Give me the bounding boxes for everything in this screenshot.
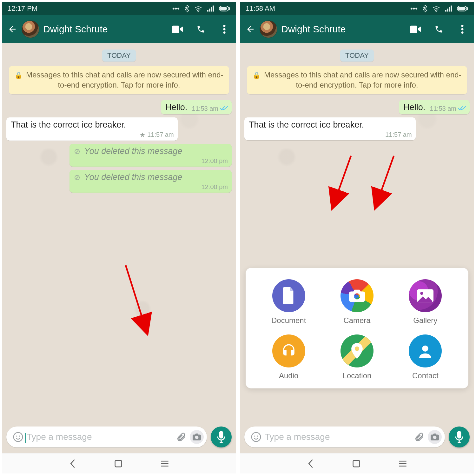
- date-chip: TODAY: [340, 50, 374, 62]
- signal-icon: [207, 5, 215, 12]
- nav-back-icon[interactable]: [69, 459, 76, 468]
- attach-button[interactable]: [174, 430, 188, 444]
- chat-area[interactable]: TODAY 🔒 Messages to this chat and calls …: [2, 43, 236, 423]
- svg-rect-11: [115, 460, 122, 467]
- chat-area[interactable]: TODAY 🔒 Messages to this chat and calls …: [240, 43, 474, 423]
- battery-icon: [219, 6, 230, 11]
- message-text: Hello.: [403, 102, 425, 112]
- svg-point-4: [223, 28, 226, 30]
- encryption-notice[interactable]: 🔒 Messages to this chat and calls are no…: [247, 66, 467, 94]
- contact-name[interactable]: Dwight Schrute: [281, 24, 406, 35]
- status-icons: •••: [410, 4, 468, 13]
- svg-point-5: [223, 31, 226, 34]
- svg-point-8: [16, 435, 17, 436]
- message-row[interactable]: ⊘ You deleted this message 12:00 pm: [6, 144, 232, 167]
- attach-button[interactable]: [412, 430, 426, 444]
- message-input-container: Type a message: [6, 426, 207, 447]
- svg-point-30: [434, 436, 436, 439]
- location-icon: [340, 334, 374, 367]
- phone-right: 11:58 AM ••• Dwight Schrute: [239, 1, 475, 474]
- more-icon: •••: [172, 4, 180, 13]
- svg-point-10: [196, 436, 198, 439]
- avatar[interactable]: [22, 20, 39, 38]
- svg-rect-31: [353, 460, 360, 467]
- message-row[interactable]: Hello. 11:53 am: [244, 100, 470, 114]
- svg-line-21: [335, 156, 351, 200]
- date-chip: TODAY: [102, 50, 136, 62]
- document-icon: [272, 279, 305, 312]
- svg-point-7: [14, 433, 23, 441]
- input-placeholder: Type a message: [265, 432, 330, 442]
- attach-audio[interactable]: Audio: [255, 334, 323, 380]
- wifi-icon: [194, 5, 202, 12]
- message-row[interactable]: That is the correct ice breaker. ★ 11:57…: [6, 117, 232, 141]
- contact-name[interactable]: Dwight Schrute: [43, 24, 168, 35]
- message-input[interactable]: Type a message: [25, 432, 174, 442]
- status-bar: 12:17 PM •••: [2, 2, 236, 15]
- svg-point-28: [254, 435, 255, 436]
- message-text: You deleted this message: [84, 172, 182, 182]
- svg-point-19: [461, 28, 464, 30]
- audio-icon: [272, 334, 305, 367]
- more-menu-button[interactable]: [457, 24, 468, 35]
- svg-point-23: [355, 294, 359, 298]
- back-button[interactable]: [7, 24, 18, 35]
- more-menu-button[interactable]: [219, 24, 230, 35]
- encryption-notice[interactable]: 🔒 Messages to this chat and calls are no…: [9, 66, 229, 94]
- nav-bar: [240, 453, 474, 473]
- message-text: Hello.: [165, 102, 187, 112]
- message-text: That is the correct ice breaker.: [11, 120, 126, 129]
- message-input-container: Type a message: [244, 426, 445, 447]
- video-call-button[interactable]: [410, 24, 421, 35]
- message-row[interactable]: That is the correct ice breaker. 11:57 a…: [244, 117, 470, 140]
- back-button[interactable]: [245, 24, 256, 35]
- input-bar: Type a message: [2, 423, 236, 453]
- nav-back-icon[interactable]: [307, 459, 314, 468]
- attach-document[interactable]: Document: [255, 279, 323, 325]
- message-text: That is the correct ice breaker.: [249, 120, 364, 129]
- attachment-sheet: Document Camera Gallery Audio: [246, 268, 468, 388]
- encryption-text: Messages to this chat and calls are now …: [26, 70, 223, 89]
- message-time: 12:00 pm: [202, 157, 228, 165]
- encryption-text: Messages to this chat and calls are now …: [264, 70, 461, 89]
- video-call-button[interactable]: [172, 24, 183, 35]
- message-time: 11:53 am: [430, 105, 456, 112]
- avatar[interactable]: [260, 20, 277, 38]
- emoji-button[interactable]: [249, 430, 263, 444]
- camera-button[interactable]: [428, 430, 442, 444]
- nav-home-icon[interactable]: [114, 459, 122, 468]
- wifi-icon: [432, 5, 440, 12]
- svg-rect-17: [467, 7, 468, 10]
- nav-home-icon[interactable]: [352, 459, 360, 468]
- message-row[interactable]: Hello. 11:53 am: [6, 100, 232, 114]
- nav-recents-icon[interactable]: [399, 460, 407, 467]
- annotation-arrow: [368, 153, 400, 208]
- contact-icon: [409, 334, 442, 367]
- mic-button[interactable]: [211, 426, 232, 447]
- message-row[interactable]: ⊘ You deleted this message 12:00 pm: [6, 170, 232, 193]
- message-input[interactable]: Type a message: [263, 432, 412, 442]
- more-icon: •••: [410, 4, 418, 13]
- svg-rect-16: [458, 7, 466, 10]
- attach-label: Audio: [279, 371, 298, 380]
- voice-call-button[interactable]: [195, 24, 206, 35]
- nav-recents-icon[interactable]: [161, 460, 169, 467]
- read-ticks-icon: [458, 106, 466, 111]
- input-placeholder: Type a message: [27, 432, 92, 442]
- attach-label: Document: [271, 316, 306, 325]
- gallery-icon: [409, 279, 442, 312]
- voice-call-button[interactable]: [433, 24, 444, 35]
- attach-location[interactable]: Location: [323, 334, 391, 380]
- svg-point-9: [19, 435, 20, 436]
- svg-point-25: [420, 292, 423, 295]
- svg-line-6: [126, 265, 145, 326]
- lock-icon: 🔒: [253, 72, 261, 79]
- mic-button[interactable]: [449, 426, 470, 447]
- message-time: 11:53 am: [192, 105, 218, 112]
- attach-contact[interactable]: Contact: [391, 334, 459, 380]
- attach-gallery[interactable]: Gallery: [391, 279, 459, 325]
- svg-rect-1: [220, 7, 227, 10]
- emoji-button[interactable]: [11, 430, 25, 444]
- attach-camera[interactable]: Camera: [323, 279, 391, 325]
- camera-button[interactable]: [190, 430, 204, 444]
